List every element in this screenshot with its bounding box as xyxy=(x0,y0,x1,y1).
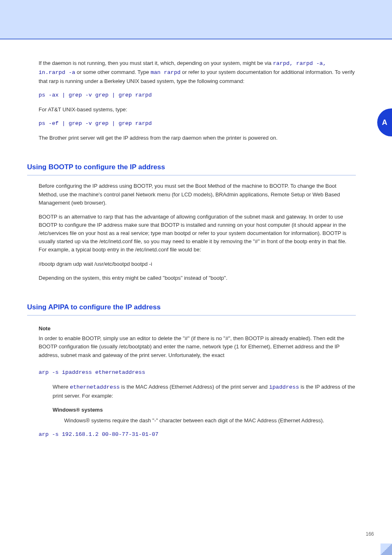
windows-para-1: Windows® systems require the dash "-" ch… xyxy=(64,417,356,425)
windows-heading: Windows® systems xyxy=(53,406,356,414)
section-rule xyxy=(27,175,356,175)
prelude-block: If the daemon is not running, then you m… xyxy=(39,59,356,142)
top-banner xyxy=(0,0,392,39)
note-body-1: In order to enable BOOTP, simply use an … xyxy=(39,334,356,359)
arp-section: Using APIPA to configure the IP address … xyxy=(27,302,356,439)
ps-ef-code: ps -ef | grep -v grep | grep rarpd xyxy=(39,120,356,128)
bootp-code-1: #bootp dgram udp wait /usr/etc/bootpd bo… xyxy=(39,260,356,268)
section-rule-2 xyxy=(27,315,356,315)
prelude-para-1: If the daemon is not running, then you m… xyxy=(39,59,356,85)
prelude-text-1a: If the daemon is not running, then you m… xyxy=(39,60,273,66)
arp-para-2: Where ethernetaddress is the MAC Address… xyxy=(53,383,356,400)
bootp-para-1: Before configuring the IP address using … xyxy=(39,182,356,207)
bootp-para-3: Depending on the system, this entry migh… xyxy=(39,274,356,282)
arp-windows-code: arp -s 192.168.1.2 00-80-77-31-01-07 xyxy=(39,431,356,439)
note-title: Note xyxy=(39,325,356,333)
prelude-para-3: The Brother print server will get the IP… xyxy=(39,134,356,142)
arp-heading: Using APIPA to configure the IP address xyxy=(27,302,356,313)
ps-ax-code: ps -ax | grep -v grep | grep rarpd xyxy=(39,91,356,100)
bootp-heading: Using BOOTP to configure the IP address xyxy=(27,162,356,173)
ipaddress-cmd: ipaddress xyxy=(269,384,299,390)
note-box: Note In order to enable BOOTP, simply us… xyxy=(39,325,356,359)
arp-p2a: Where xyxy=(53,384,70,390)
arp-p2b: is the MAC Address (Ethernet Address) of… xyxy=(120,384,269,390)
man-rarpd-cmd: man rarpd xyxy=(150,69,180,76)
ethernetaddress-cmd: ethernetaddress xyxy=(70,384,120,390)
page-content: If the daemon is not running, then you m… xyxy=(0,39,392,439)
page-number: 166 xyxy=(366,531,374,537)
bootp-para-2: BOOTP is an alternative to rarp that has… xyxy=(39,213,356,254)
prelude-text-1b: or some other command. Type xyxy=(75,69,150,75)
page-corner-decoration xyxy=(380,543,392,555)
prelude-para-2: For AT&T UNIX-based systems, type: xyxy=(39,106,356,114)
arp-code-1: arp -s ipaddress ethernetaddress xyxy=(39,368,356,377)
bootp-section: Using BOOTP to configure the IP address … xyxy=(27,162,356,282)
